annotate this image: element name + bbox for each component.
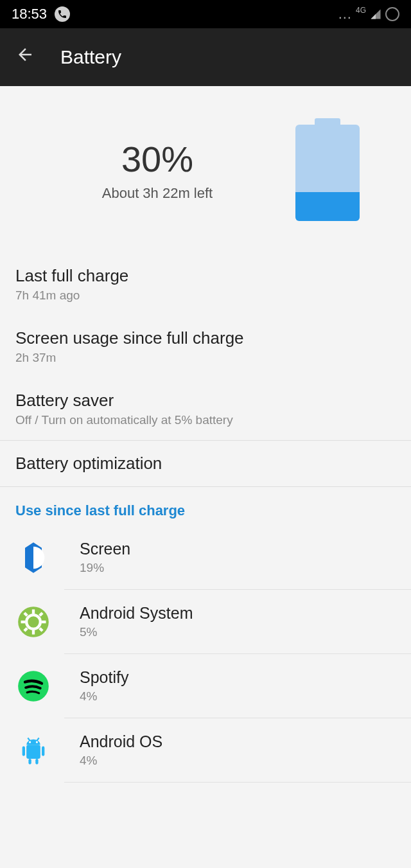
time-remaining: About 3h 22m left bbox=[19, 185, 295, 202]
screen-icon bbox=[15, 540, 51, 576]
battery-percentage: 30% bbox=[19, 138, 295, 180]
svg-rect-19 bbox=[28, 759, 31, 765]
status-bar: 18:53 ... 4G bbox=[0, 0, 411, 28]
svg-rect-17 bbox=[22, 746, 25, 756]
more-notifications-icon: ... bbox=[338, 6, 352, 22]
svg-rect-12 bbox=[26, 745, 40, 759]
svg-line-16 bbox=[37, 738, 39, 740]
usage-name: Android System bbox=[80, 604, 193, 623]
loading-indicator-icon bbox=[385, 7, 399, 21]
row-title: Last full charge bbox=[15, 266, 396, 286]
svg-rect-18 bbox=[42, 746, 44, 756]
signal-icon bbox=[370, 8, 381, 20]
android-icon bbox=[15, 732, 51, 768]
usage-name: Android OS bbox=[80, 732, 162, 751]
svg-point-14 bbox=[36, 741, 38, 743]
app-bar: Battery bbox=[0, 28, 411, 86]
svg-line-8 bbox=[40, 628, 42, 630]
last-full-charge-row[interactable]: Last full charge 7h 41m ago bbox=[0, 253, 411, 315]
system-icon bbox=[15, 604, 51, 640]
svg-line-7 bbox=[24, 612, 27, 615]
svg-rect-20 bbox=[35, 759, 38, 765]
usage-section-header: Use since last full charge bbox=[0, 487, 411, 526]
battery-saver-row[interactable]: Battery saver Off / Turn on automaticall… bbox=[0, 378, 411, 440]
back-button[interactable] bbox=[15, 45, 35, 69]
row-subtitle: Off / Turn on automatically at 5% batter… bbox=[15, 413, 396, 427]
row-subtitle: 7h 41m ago bbox=[15, 288, 396, 303]
usage-percent: 4% bbox=[80, 689, 128, 704]
usage-item-screen[interactable]: Screen 19% bbox=[64, 526, 411, 590]
row-title: Screen usage since full charge bbox=[15, 328, 396, 348]
status-time: 18:53 bbox=[12, 6, 47, 22]
row-title: Battery saver bbox=[15, 391, 396, 411]
battery-optimization-row[interactable]: Battery optimization bbox=[0, 441, 411, 486]
usage-item-android-system[interactable]: Android System 5% bbox=[64, 590, 411, 654]
battery-summary: 30% About 3h 22m left bbox=[0, 86, 411, 253]
usage-list: Screen 19% Android System 5% Spotify 4% bbox=[0, 526, 411, 783]
usage-percent: 19% bbox=[80, 561, 130, 575]
svg-point-13 bbox=[29, 741, 31, 743]
svg-line-15 bbox=[28, 738, 30, 740]
spotify-icon bbox=[15, 668, 51, 704]
svg-line-10 bbox=[40, 612, 42, 615]
row-subtitle: 2h 37m bbox=[15, 351, 396, 365]
usage-item-android-os[interactable]: Android OS 4% bbox=[64, 718, 411, 783]
screen-usage-row[interactable]: Screen usage since full charge 2h 37m bbox=[0, 315, 411, 378]
usage-item-spotify[interactable]: Spotify 4% bbox=[64, 654, 411, 718]
usage-percent: 4% bbox=[80, 754, 162, 768]
whatsapp-notification-icon bbox=[55, 6, 70, 22]
page-title: Battery bbox=[60, 46, 121, 68]
usage-name: Spotify bbox=[80, 668, 128, 687]
battery-icon bbox=[295, 118, 360, 221]
network-type: 4G bbox=[356, 6, 366, 15]
usage-percent: 5% bbox=[80, 625, 193, 639]
svg-line-9 bbox=[24, 628, 27, 630]
usage-name: Screen bbox=[80, 540, 130, 558]
row-title: Battery optimization bbox=[15, 454, 396, 474]
